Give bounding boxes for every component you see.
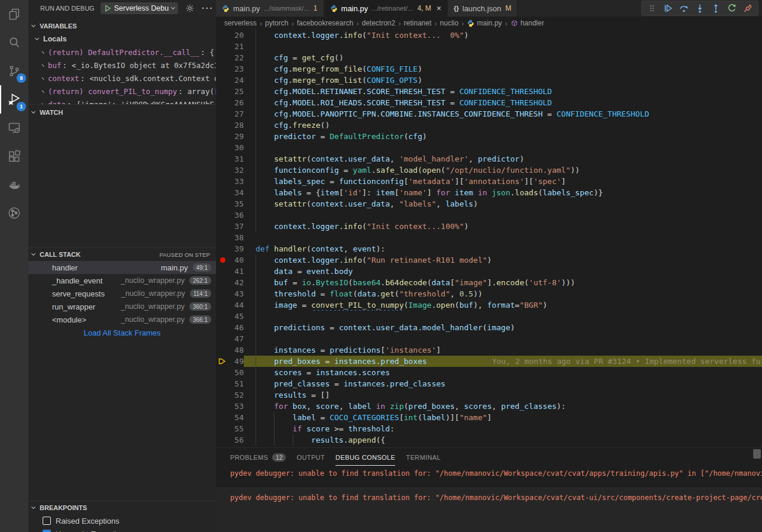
step-into-icon[interactable] (695, 4, 705, 13)
breadcrumb-item-facebookresearch[interactable]: facebookresearch (297, 19, 353, 27)
code-line-43[interactable]: 43threshold = float(data.get("threshold"… (216, 288, 762, 299)
code-line-25[interactable]: 25cfg.MODEL.RETINANET.SCORE_THRESH_TEST … (216, 86, 762, 97)
breakpoint-gutter[interactable] (216, 333, 229, 344)
breakpoint-gutter[interactable] (216, 108, 229, 120)
code-line-55[interactable]: 55if score >= threshold: (216, 423, 762, 434)
stack-frame-row[interactable]: <module>_nuclio_wrapper.py366:1 (28, 313, 216, 326)
code-line-21[interactable]: 21 (216, 41, 762, 52)
code-line-52[interactable]: 52results = [] (216, 389, 762, 401)
variable-row[interactable]: data:{'image': 'iVBORw0KGgoAAAANSUhE… (28, 98, 216, 104)
activity-git-graph-icon[interactable] (0, 199, 28, 227)
breakpoint-gutter[interactable] (216, 423, 229, 434)
breakpoint-gutter[interactable] (216, 63, 229, 75)
code-line-22[interactable]: 22cfg = get_cfg() (216, 52, 762, 63)
breakpoints-section-header[interactable]: BREAKPOINTS (28, 501, 216, 514)
current-frame-arrow-icon[interactable] (216, 356, 229, 367)
code-line-32[interactable]: 32functionconfig = yaml.safe_load(open("… (216, 165, 762, 176)
activity-extensions-icon[interactable] (0, 142, 28, 170)
breadcrumb-item-pytorch[interactable]: pytorch (265, 19, 288, 27)
load-all-stack-frames-link[interactable]: Load All Stack Frames (28, 326, 216, 339)
code-line-28[interactable]: 28cfg.freeze() (216, 120, 762, 131)
stack-frame-row[interactable]: handlermain.py49:1 (28, 261, 216, 274)
variables-section-header[interactable]: VARIABLES (28, 20, 216, 33)
gear-icon[interactable] (185, 4, 195, 13)
code-line-27[interactable]: 27cfg.MODEL.PANOPTIC_FPN.COMBINE.INSTANC… (216, 108, 762, 120)
breadcrumb-item-serverless[interactable]: serverless (224, 19, 257, 27)
breakpoint-gutter[interactable] (216, 221, 229, 232)
stack-frame-row[interactable]: run_wrapper_nuclio_wrapper.py360:1 (28, 300, 216, 313)
more-actions-icon[interactable]: ··· (202, 4, 214, 13)
launch-config-dropdown[interactable]: Serverless Debu (101, 2, 178, 14)
locals-scope[interactable]: Locals (28, 33, 216, 46)
breakpoint-gutter[interactable] (216, 367, 229, 378)
breakpoint-option-row[interactable]: Raised Exceptions (28, 514, 216, 527)
code-line-35[interactable]: 35setattr(context.user_data, "labels", l… (216, 198, 762, 209)
code-line-36[interactable]: 36 (216, 209, 762, 221)
breakpoint-gutter[interactable] (216, 322, 229, 333)
code-line-54[interactable]: 54label = COCO_CATEGORIES[int(label)]["n… (216, 412, 762, 423)
stack-frame-row[interactable]: serve_requests_nuclio_wrapper.py114:1 (28, 287, 216, 300)
activity-explorer-icon[interactable] (0, 0, 28, 28)
code-line-44[interactable]: 44image = convert_PIL_to_numpy(Image.ope… (216, 299, 762, 311)
close-icon[interactable]: × (437, 4, 441, 12)
code-line-47[interactable]: 47 (216, 333, 762, 344)
variable-row[interactable]: (return) convert_PIL_to_numpy:array([[[ … (28, 85, 216, 98)
panel-tab-debug-console[interactable]: DEBUG CONSOLE (335, 448, 395, 466)
breakpoint-gutter[interactable] (216, 198, 229, 209)
breakpoint-gutter[interactable] (216, 378, 229, 389)
step-over-icon[interactable] (679, 4, 689, 13)
code-line-37[interactable]: 37context.logger.info("Init context...10… (216, 221, 762, 232)
breakpoint-option-row[interactable]: ✓Uncaught Exceptions (28, 527, 216, 532)
breakpoint-gutter[interactable] (216, 187, 229, 198)
code-line-49[interactable]: 49pred_boxes = instances.pred_boxesYou, … (216, 356, 762, 367)
code-line-48[interactable]: 48instances = predictions['instances'] (216, 344, 762, 356)
continue-icon[interactable] (663, 4, 673, 13)
code-line-24[interactable]: 24cfg.merge_from_list(CONFIG_OPTS) (216, 75, 762, 86)
code-line-50[interactable]: 50scores = instances.scores (216, 367, 762, 378)
breakpoint-gutter[interactable] (216, 288, 229, 299)
editor-tab-main.py[interactable]: main.py.../retinanet/...4, M× (324, 0, 448, 17)
activity-docker-icon[interactable] (0, 170, 28, 199)
code-line-20[interactable]: 20context.logger.info("Init context... 0… (216, 30, 762, 41)
restart-icon[interactable] (727, 4, 737, 13)
drag-handle-icon[interactable] (647, 4, 657, 13)
breakpoint-gutter[interactable] (216, 434, 229, 446)
code-line-30[interactable]: 30 (216, 142, 762, 153)
activity-run-and-debug-icon[interactable]: 1 (0, 85, 28, 114)
breakpoint-gutter[interactable] (216, 389, 229, 401)
activity-search-icon[interactable] (0, 28, 28, 57)
panel-scrollbar-thumb[interactable] (753, 449, 761, 459)
code-editor[interactable]: 20context.logger.info("Init context... 0… (216, 30, 762, 447)
code-line-34[interactable]: 34labels = {item['id']: item['name'] for… (216, 187, 762, 198)
breakpoint-gutter[interactable] (216, 401, 229, 412)
code-line-33[interactable]: 33labels_spec = functionconfig['metadata… (216, 176, 762, 187)
variable-row[interactable]: context:<nuclio_sdk.context.Context obje… (28, 72, 216, 85)
checkbox-checked-icon[interactable]: ✓ (43, 530, 51, 532)
stack-frame-row[interactable]: _handle_event_nuclio_wrapper.py262:1 (28, 274, 216, 287)
breakpoint-gutter[interactable] (216, 243, 229, 254)
activity-source-control-icon[interactable]: 8 (0, 57, 28, 85)
code-line-45[interactable]: 45 (216, 311, 762, 322)
watch-section-header[interactable]: WATCH (28, 106, 216, 119)
breakpoint-gutter[interactable] (216, 277, 229, 288)
activity-remote-explorer-icon[interactable] (0, 114, 28, 142)
breakpoint-gutter[interactable] (216, 344, 229, 356)
code-line-56[interactable]: 56results.append({ (216, 434, 762, 446)
breakpoint-gutter[interactable] (216, 142, 229, 153)
breadcrumb-item-nuclio[interactable]: nuclio (440, 19, 459, 27)
code-line-23[interactable]: 23cfg.merge_from_file(CONFIG_FILE) (216, 63, 762, 75)
breakpoint-gutter[interactable] (216, 299, 229, 311)
step-out-icon[interactable] (711, 4, 721, 13)
breakpoint-gutter[interactable] (216, 165, 229, 176)
code-line-31[interactable]: 31setattr(context.user_data, 'model_hand… (216, 153, 762, 165)
console-message-block[interactable]: pydev debugger: unable to find translati… (216, 466, 762, 481)
code-line-26[interactable]: 26cfg.MODEL.ROI_HEADS.SCORE_THRESH_TEST … (216, 97, 762, 108)
panel-tab-terminal[interactable]: TERMINAL (406, 448, 441, 466)
breakpoint-gutter[interactable] (216, 52, 229, 63)
editor-tab-main.py[interactable]: main.py.../siammask/...1 (216, 0, 324, 17)
breadcrumb-item-detectron2[interactable]: detectron2 (361, 19, 395, 27)
breakpoint-gutter[interactable] (216, 30, 229, 41)
variable-row[interactable]: buf:<_io.BytesIO object at 0x7f5a2dc1ecc… (28, 59, 216, 72)
code-line-39[interactable]: 39def handler(context, event): (216, 243, 762, 254)
code-line-53[interactable]: 53for box, score, label in zip(pred_boxe… (216, 401, 762, 412)
